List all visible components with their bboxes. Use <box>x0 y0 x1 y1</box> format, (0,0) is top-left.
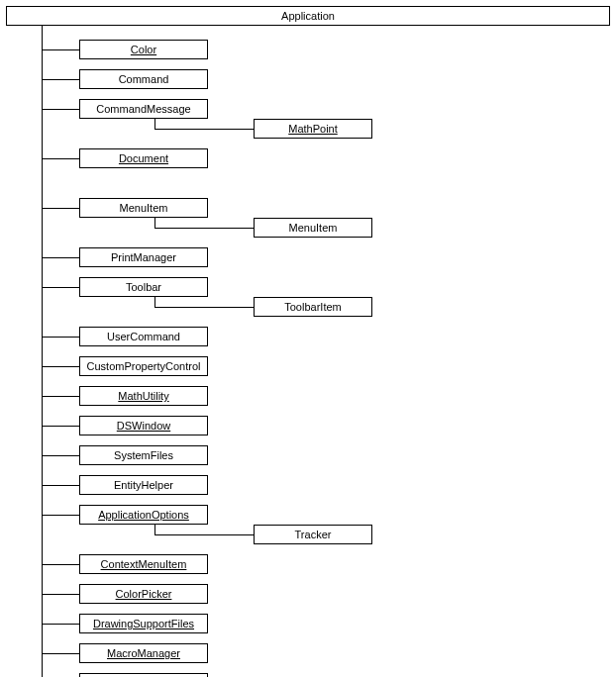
sub-vertical-toolbar <box>154 297 155 307</box>
node-application[interactable]: Application <box>6 6 610 26</box>
node-commandmessage[interactable]: CommandMessage <box>79 99 208 119</box>
connector-document <box>42 158 79 159</box>
node-drawingsupport[interactable]: DrawingSupportFiles <box>79 614 208 633</box>
node-mathutility[interactable]: MathUtility <box>79 386 208 406</box>
node-menuitem[interactable]: MenuItem <box>79 198 208 218</box>
connector-mathutility <box>42 396 79 397</box>
connector-command <box>42 79 79 80</box>
node-dswindow[interactable]: DSWindow <box>79 416 208 435</box>
connector-usercommand <box>42 337 79 338</box>
sub-connector-appoptions <box>154 534 254 535</box>
connector-printmanager <box>42 257 79 258</box>
connector-commandmessage <box>42 109 79 110</box>
node-appoptions[interactable]: ApplicationOptions <box>79 505 208 525</box>
connector-contextmenuitem <box>42 564 79 565</box>
node-command[interactable]: Command <box>79 69 208 89</box>
sub-connector-commandmessage <box>154 129 254 130</box>
sub-vertical-menuitem <box>154 218 155 228</box>
node-color[interactable]: Color <box>79 40 208 59</box>
node-systemfiles[interactable]: SystemFiles <box>79 445 208 465</box>
connector-menuitem <box>42 208 79 209</box>
connector-dswindow <box>42 426 79 427</box>
connector-color <box>42 49 79 50</box>
connector-systemfiles <box>42 455 79 456</box>
node-printmanager[interactable]: PrintManager <box>79 247 208 267</box>
node-interfacefiles[interactable]: InterfaceFiles <box>79 673 208 677</box>
node-tracker[interactable]: Tracker <box>254 525 372 544</box>
connector-entityhelper <box>42 485 79 486</box>
sub-connector-menuitem <box>154 228 254 229</box>
connector-macromanager <box>42 653 79 654</box>
connector-toolbar <box>42 287 79 288</box>
node-usercommand[interactable]: UserCommand <box>79 327 208 346</box>
node-contextmenuitem[interactable]: ContextMenuItem <box>79 554 208 574</box>
main-trunk <box>42 26 43 677</box>
node-toolbaritem[interactable]: ToolbarItem <box>254 297 372 317</box>
connector-drawingsupport <box>42 624 79 625</box>
node-macromanager[interactable]: MacroManager <box>79 643 208 663</box>
connector-appoptions <box>42 515 79 516</box>
node-document[interactable]: Document <box>79 148 208 168</box>
node-colorpicker[interactable]: ColorPicker <box>79 584 208 604</box>
node-menuitem2[interactable]: MenuItem <box>254 218 372 238</box>
node-mathpoint[interactable]: MathPoint <box>254 119 372 139</box>
node-customproperty[interactable]: CustomPropertyControl <box>79 356 208 376</box>
sub-vertical-commandmessage <box>154 119 155 129</box>
connector-customproperty <box>42 366 79 367</box>
connector-colorpicker <box>42 594 79 595</box>
node-entityhelper[interactable]: EntityHelper <box>79 475 208 495</box>
sub-connector-toolbar <box>154 307 254 308</box>
sub-vertical-appoptions <box>154 525 155 534</box>
node-toolbar[interactable]: Toolbar <box>79 277 208 297</box>
